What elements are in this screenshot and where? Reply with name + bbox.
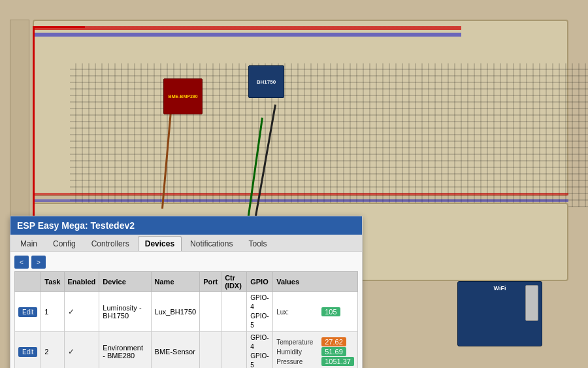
row2-task: 2: [41, 332, 64, 369]
row2-edit-cell: Edit: [15, 332, 41, 369]
devices-table: Task Enabled Device Name Port Ctr (IDX) …: [14, 271, 358, 368]
row1-enabled: ✓: [64, 292, 99, 332]
esp-wifi-module: WiFi: [457, 281, 542, 346]
tab-main[interactable]: Main: [13, 236, 44, 251]
row2-humidity-value: 51.69: [321, 347, 346, 356]
row1-name: Lux_BH1750: [151, 292, 200, 332]
panel-title-bar: ESP Easy Mega: Testedev2: [10, 216, 362, 235]
esp-antenna: [525, 285, 538, 321]
row2-port: [200, 332, 221, 369]
background: BME-BMP280 BH1750 WiFi ESP Easy Mega: Te…: [0, 0, 588, 368]
col-header-ctr: Ctr (IDX): [221, 272, 247, 292]
table-controls: < >: [14, 256, 358, 269]
col-header-enabled: Enabled: [64, 272, 99, 292]
nav-next-button[interactable]: >: [31, 256, 46, 269]
row1-edit-button[interactable]: Edit: [18, 307, 37, 317]
wire-red-h: [33, 26, 85, 28]
bme-chip: BME-BMP280: [163, 78, 203, 114]
row1-values-cell: Lux: 105: [276, 307, 354, 316]
tab-devices[interactable]: Devices: [138, 236, 182, 251]
row1-device: Luminosity - BH1750: [99, 292, 151, 332]
tab-config[interactable]: Config: [46, 236, 83, 251]
panel-title-text: ESP Easy Mega: Testedev2: [17, 220, 135, 231]
power-rail-blue-top: [33, 33, 568, 37]
wire-red-v: [33, 26, 35, 222]
panel-nav: Main Config Controllers Devices Notifica…: [10, 235, 362, 252]
tab-notifications[interactable]: Notifications: [183, 236, 240, 251]
table-header-row: Task Enabled Device Name Port Ctr (IDX) …: [15, 272, 358, 292]
row2-device: Environment - BME280: [99, 332, 151, 369]
col-header-action: [15, 272, 41, 292]
bh1750-chip: BH1750: [248, 65, 284, 98]
col-header-task: Task: [41, 272, 64, 292]
row1-port: [200, 292, 221, 332]
row2-temp-row: Temperature 27.62: [276, 337, 354, 346]
row2-temp-label: Temperature: [276, 339, 319, 346]
row2-name: BME-Sensor: [151, 332, 200, 369]
power-rail-blue-mid: [33, 199, 568, 202]
power-rail-red-mid: [33, 193, 568, 195]
row2-pressure-value: 1051.37: [321, 357, 354, 366]
tab-controllers[interactable]: Controllers: [84, 236, 137, 251]
row1-lux-label: Lux:: [276, 309, 319, 316]
row1-task: 1: [41, 292, 64, 332]
row2-edit-button[interactable]: Edit: [18, 347, 37, 357]
col-header-device: Device: [99, 272, 151, 292]
breadboard-main: [33, 20, 568, 196]
nav-prev-button[interactable]: <: [14, 256, 29, 269]
row1-values: Lux: 105: [273, 292, 358, 332]
col-header-values: Values: [273, 272, 358, 292]
col-header-gpio: GPIO: [247, 272, 273, 292]
tab-tools[interactable]: Tools: [241, 236, 274, 251]
row2-values-cell: Temperature 27.62 Humidity 51.69 Pressur…: [276, 337, 354, 366]
table-body: Edit 1 ✓ Luminosity - BH1750 Lux_BH1750 …: [15, 292, 358, 369]
table-row: Edit 1 ✓ Luminosity - BH1750 Lux_BH1750 …: [15, 292, 358, 332]
power-rail-red-top: [33, 26, 568, 30]
row1-edit-cell: Edit: [15, 292, 41, 332]
row2-ctr: [221, 332, 247, 369]
row2-enabled: ✓: [64, 332, 99, 369]
row2-humidity-label: Humidity: [276, 348, 319, 356]
row1-lux-value: 105: [321, 307, 340, 316]
row2-temp-value: 27.62: [321, 337, 346, 346]
col-header-name: Name: [151, 272, 200, 292]
row1-gpio: GPIO-4GPIO-5: [247, 292, 273, 332]
row2-pressure-row: Pressure 1051.37: [276, 357, 354, 366]
row2-humidity-row: Humidity 51.69: [276, 347, 354, 356]
breadboard-holes: [70, 63, 588, 207]
row2-values: Temperature 27.62 Humidity 51.69 Pressur…: [273, 332, 358, 369]
row1-value-lux: Lux: 105: [276, 307, 354, 316]
row1-ctr: [221, 292, 247, 332]
table-row: Edit 2 ✓ Environment - BME280 BME-Sensor…: [15, 332, 358, 369]
esp-easy-panel: ESP Easy Mega: Testedev2 Main Config Con…: [10, 216, 363, 368]
col-header-port: Port: [200, 272, 221, 292]
row2-gpio: GPIO-4GPIO-5: [247, 332, 273, 369]
row2-pressure-label: Pressure: [276, 358, 319, 365]
panel-content: < > Task Enabled Device Name Port Ctr (I…: [10, 252, 362, 368]
